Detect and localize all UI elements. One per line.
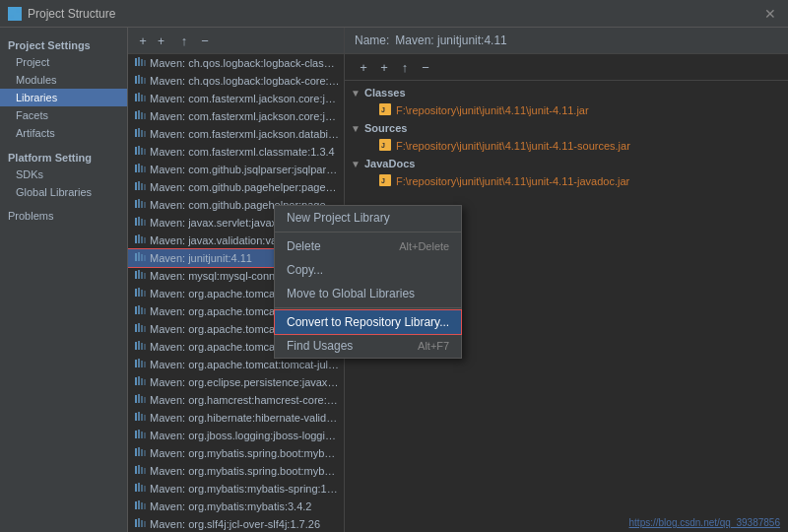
svg-rect-62 — [138, 305, 140, 314]
library-list-item[interactable]: Maven: com.fasterxml.jackson.databind:ja… — [128, 125, 344, 143]
library-icon — [134, 304, 146, 318]
library-icon — [134, 446, 146, 460]
close-button[interactable]: ✕ — [760, 6, 780, 22]
tree-child-item[interactable]: J F:\repository\junit\junit\4.11\junit-4… — [351, 100, 782, 120]
svg-rect-80 — [144, 379, 146, 385]
svg-rect-47 — [141, 236, 143, 243]
svg-rect-31 — [141, 166, 143, 172]
tree-section-header[interactable]: ▼ JavaDocs — [351, 156, 782, 171]
svg-rect-108 — [144, 503, 146, 509]
sidebar-item-project[interactable]: Project — [0, 53, 127, 71]
context-menu-item-copy[interactable]: Copy... — [275, 258, 461, 282]
library-icon — [134, 358, 146, 371]
svg-rect-37 — [135, 200, 137, 208]
library-icon — [134, 251, 146, 265]
tree-expand-icon: ▼ — [351, 88, 364, 99]
svg-rect-38 — [138, 199, 140, 208]
context-menu-item-find-usages[interactable]: Find UsagesAlt+F7 — [275, 334, 461, 358]
svg-rect-102 — [138, 483, 140, 492]
svg-rect-7 — [141, 59, 143, 66]
tree-file-icon: J — [378, 102, 392, 118]
add-sub-button[interactable]: + — [155, 32, 172, 49]
context-menu-item-convert-to-repository-library[interactable]: Convert to Repository Library... — [275, 310, 461, 334]
tree-section-header[interactable]: ▼ Sources — [351, 120, 782, 136]
sidebar-item-modules[interactable]: Modules — [0, 71, 127, 89]
library-list-item[interactable]: Maven: com.fasterxml.classmate:1.3.4 — [128, 143, 344, 161]
library-list-item[interactable]: Maven: org.mybatis:mybatis-spring:1.3.1 — [128, 480, 344, 498]
context-menu-item-move-to-global-libraries[interactable]: Move to Global Libraries — [275, 282, 461, 305]
library-icon — [134, 499, 146, 513]
svg-rect-103 — [141, 485, 143, 492]
svg-rect-56 — [144, 273, 146, 279]
right-header: Name: Maven: junitjunit:4.11 — [345, 28, 788, 54]
sidebar-item-facets[interactable]: Facets — [0, 106, 127, 124]
library-list-item[interactable]: Maven: org.mybatis:mybatis:3.4.2 — [128, 498, 344, 515]
library-icon — [134, 269, 146, 283]
right-toolbar: + + ↑ − — [345, 54, 788, 81]
tree-section-header[interactable]: ▼ Classes — [351, 85, 782, 100]
tree-file-icon: J — [378, 173, 392, 189]
tree-child-item[interactable]: J F:\repository\junit\junit\4.11\junit-4… — [351, 136, 782, 156]
library-item-text: Maven: org.hamcrest:hamcrest-core:1.3 — [150, 394, 340, 406]
svg-rect-1 — [16, 9, 20, 13]
library-item-text: Maven: org.mybatis:mybatis-spring:1.3.1 — [150, 483, 340, 495]
svg-rect-10 — [138, 75, 140, 84]
sidebar-item-global-libraries[interactable]: Global Libraries — [0, 183, 127, 201]
library-item-text: Maven: org.apache.tomcat... — [150, 323, 287, 335]
library-list-item[interactable]: Maven: com.fasterxml.jackson.core:jackso… — [128, 107, 344, 125]
svg-rect-20 — [144, 113, 146, 119]
svg-rect-110 — [138, 518, 140, 527]
context-menu-label: Copy... — [287, 263, 323, 277]
svg-rect-21 — [135, 129, 137, 137]
add-library-button[interactable]: + — [134, 32, 152, 49]
library-list-item[interactable]: Maven: ch.qos.logback:logback-classic:1.… — [128, 54, 344, 72]
library-list-item[interactable]: Maven: org.mybatis.spring.boot:mybatis-s… — [128, 444, 344, 462]
library-list-item[interactable]: Maven: com.github.pagehelper:pagehelper-… — [128, 178, 344, 196]
context-menu-label: Find Usages — [287, 339, 353, 353]
library-icon — [134, 464, 146, 478]
library-list-item[interactable]: Maven: org.mybatis.spring.boot:mybatis-s… — [128, 462, 344, 480]
sidebar-item-artifacts[interactable]: Artifacts — [0, 124, 127, 142]
svg-rect-14 — [138, 93, 140, 101]
right-add-sub-button[interactable]: + — [375, 58, 393, 76]
remove-library-button[interactable]: − — [196, 32, 214, 49]
library-list-item[interactable]: Maven: org.eclipse.persistence:javax.per… — [128, 373, 344, 391]
library-item-text: Maven: org.mybatis:mybatis:3.4.2 — [150, 500, 311, 512]
library-item-text: Maven: com.fasterxml.jackson.core:jackso… — [150, 110, 340, 122]
context-menu: New Project LibraryDeleteAlt+DeleteCopy.… — [274, 205, 462, 359]
svg-rect-52 — [144, 255, 146, 261]
right-remove-button[interactable]: − — [417, 58, 434, 76]
right-add-button[interactable]: + — [355, 58, 372, 76]
sidebar-item-libraries[interactable]: Libraries — [0, 89, 127, 106]
sidebar-item-sdks[interactable]: SDKs — [0, 166, 127, 183]
library-list-item[interactable]: Maven: org.hibernate:hibernate-validator… — [128, 409, 344, 427]
svg-rect-53 — [135, 271, 137, 279]
right-move-up-button[interactable]: ↑ — [396, 58, 414, 76]
library-list-item[interactable]: Maven: ch.qos.logback:logback-core:1.1.1… — [128, 72, 344, 90]
title-bar-icon — [8, 7, 22, 21]
svg-rect-15 — [141, 95, 143, 101]
library-list-item[interactable]: Maven: org.hamcrest:hamcrest-core:1.3 — [128, 391, 344, 409]
library-list-item[interactable]: Maven: org.slf4j:jcl-over-slf4j:1.7.26 — [128, 515, 344, 532]
svg-rect-25 — [135, 147, 137, 155]
library-list-item[interactable]: Maven: com.fasterxml.jackson.core:jackso… — [128, 90, 344, 107]
svg-rect-23 — [141, 130, 143, 137]
library-icon — [134, 180, 146, 194]
library-list-item[interactable]: Maven: com.github.jsqlparser:jsqlparser:… — [128, 161, 344, 178]
library-icon — [134, 74, 146, 88]
tree-section-label: JavaDocs — [364, 158, 415, 169]
context-menu-item-new-project-library[interactable]: New Project Library — [275, 206, 461, 230]
context-menu-item-delete[interactable]: DeleteAlt+Delete — [275, 234, 461, 258]
svg-rect-77 — [135, 377, 137, 385]
sidebar-item-problems[interactable]: Problems — [0, 207, 127, 225]
library-icon — [134, 109, 146, 123]
tree-child-item[interactable]: J F:\repository\junit\junit\4.11\junit-4… — [351, 171, 782, 191]
move-up-button[interactable]: ↑ — [175, 32, 193, 49]
svg-rect-100 — [144, 468, 146, 474]
context-menu-label: New Project Library — [287, 211, 390, 225]
svg-rect-28 — [144, 149, 146, 155]
library-list-item[interactable]: Maven: org.jboss.logging:jboss-logging:3… — [128, 427, 344, 444]
sidebar: Project Settings Project Modules Librari… — [0, 28, 128, 532]
svg-text:J: J — [381, 142, 385, 149]
svg-rect-5 — [135, 58, 137, 66]
